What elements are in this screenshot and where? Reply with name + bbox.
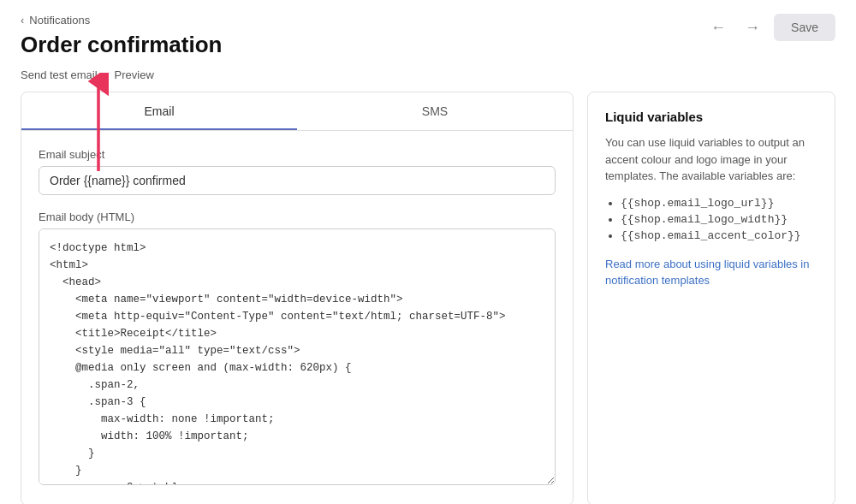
nav-back-button[interactable]: ← — [705, 15, 731, 40]
right-panel: Liquid variables You can use liquid vari… — [587, 92, 835, 504]
tab-email[interactable]: Email — [21, 92, 297, 130]
action-links-row: Send test email Preview — [0, 68, 856, 92]
tab-sms[interactable]: SMS — [297, 92, 573, 130]
email-body-label: Email body (HTML) — [39, 210, 556, 223]
liquid-var-item: {{shop.email_accent_color}} — [621, 229, 817, 242]
main-content: Email SMS Email subject Email body (HTML… — [0, 92, 856, 504]
header-actions: ← → Save — [705, 14, 835, 41]
liquid-variables-description: You can use liquid variables to output a… — [605, 134, 817, 185]
form-area: Email subject Email body (HTML) <!doctyp… — [21, 131, 573, 504]
preview-link[interactable]: Preview — [115, 68, 154, 81]
left-panel: Email SMS Email subject Email body (HTML… — [21, 92, 574, 504]
breadcrumb-parent-link[interactable]: Notifications — [29, 14, 90, 27]
email-subject-label: Email subject — [39, 148, 556, 161]
liquid-var-item: {{shop.email_logo_url}} — [621, 197, 817, 210]
liquid-var-item: {{shop.email_logo_width}} — [621, 213, 817, 226]
tabs: Email SMS — [21, 92, 573, 131]
read-more-link[interactable]: Read more about using liquid variables i… — [605, 258, 809, 288]
breadcrumb-back-chevron: ‹ — [21, 14, 24, 27]
email-body-textarea[interactable]: <!doctype html> <html> <head> <meta name… — [39, 228, 556, 485]
email-subject-input[interactable] — [39, 166, 556, 195]
save-button[interactable]: Save — [774, 14, 835, 41]
liquid-variables-title: Liquid variables — [605, 110, 817, 124]
nav-forward-button[interactable]: → — [740, 15, 765, 40]
liquid-variables-list: {{shop.email_logo_url}} {{shop.email_log… — [605, 197, 817, 242]
send-test-email-link[interactable]: Send test email — [21, 68, 98, 81]
